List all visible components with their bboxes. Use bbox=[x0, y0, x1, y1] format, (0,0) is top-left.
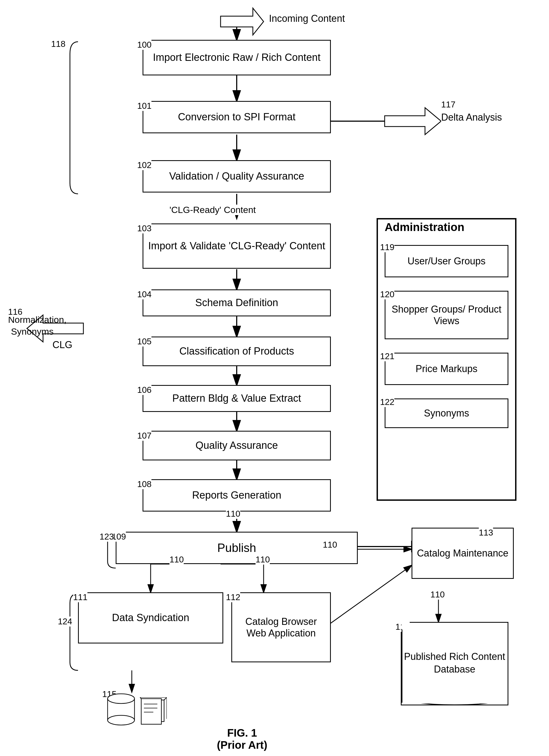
ref-116: 116 bbox=[8, 307, 22, 317]
box-122: Synonyms bbox=[385, 398, 508, 428]
admin-title: Administration bbox=[385, 221, 464, 234]
box-103: Import & Validate 'CLG-Ready' Content bbox=[143, 223, 331, 269]
box-108: Reports Generation bbox=[143, 479, 331, 512]
prior-art-label: (Prior Art) bbox=[175, 739, 309, 751]
normalization-label: Normalization, Synonyms bbox=[8, 314, 57, 337]
svg-marker-4 bbox=[221, 8, 264, 35]
box-107: Quality Assurance bbox=[143, 431, 331, 460]
ref-122: 122 bbox=[380, 397, 394, 407]
box-106: Pattern Bldg & Value Extract bbox=[143, 385, 331, 412]
ref-112: 112 bbox=[226, 592, 240, 602]
ref-111: 111 bbox=[73, 592, 87, 602]
fig-caption: FIG. 1 (Prior Art) bbox=[175, 727, 309, 751]
ref-123: 123 bbox=[100, 532, 114, 542]
cylinder-icon-2 bbox=[140, 697, 167, 727]
ref-113: 113 bbox=[479, 528, 493, 538]
ref-110e: 110 bbox=[430, 590, 445, 600]
ref-118: 118 bbox=[51, 39, 65, 49]
box-121: Price Markups bbox=[385, 353, 508, 385]
fig-label: FIG. 1 bbox=[175, 727, 309, 739]
box-119: User/User Groups bbox=[385, 245, 508, 277]
box-105: Classification of Products bbox=[143, 337, 331, 366]
svg-line-35 bbox=[164, 697, 167, 700]
ref-110c: 110 bbox=[256, 555, 270, 565]
ref-108: 108 bbox=[137, 479, 152, 489]
box-catalog-maintenance: Catalog Maintenance bbox=[411, 528, 514, 579]
clg-ready-label: 'CLG-Ready' Content bbox=[170, 205, 256, 215]
ref-106: 106 bbox=[137, 385, 152, 395]
cylinder-icon-1 bbox=[105, 692, 137, 727]
incoming-content-label: Incoming Content bbox=[269, 13, 345, 24]
box-data-syndication: Data Syndication bbox=[78, 592, 223, 643]
ref-100: 100 bbox=[137, 40, 152, 50]
box-102: Validation / Quality Assurance bbox=[143, 160, 331, 193]
ref-104: 104 bbox=[137, 289, 152, 299]
clg-label: CLG bbox=[52, 339, 72, 351]
box-120: Shopper Groups/ Product Views bbox=[385, 291, 508, 339]
db-cylinder-box: Published Rich Content Database bbox=[402, 623, 508, 703]
box-101: Conversion to SPI Format bbox=[143, 101, 331, 133]
svg-point-31 bbox=[108, 694, 135, 703]
ref-101: 101 bbox=[137, 101, 152, 111]
ref-110b: 110 bbox=[170, 555, 184, 565]
ref-110d: 110 bbox=[323, 540, 337, 550]
diagram: Incoming Content Import Electronic Raw /… bbox=[0, 0, 549, 756]
ref-110a: 110 bbox=[226, 509, 240, 519]
ref-107: 107 bbox=[137, 431, 152, 441]
ref-105: 105 bbox=[137, 337, 152, 347]
svg-marker-7 bbox=[385, 108, 441, 135]
ref-121: 121 bbox=[380, 351, 394, 361]
box-catalog-browser: Catalog Browser Web Application bbox=[231, 592, 331, 662]
ref-119: 119 bbox=[380, 242, 394, 252]
svg-point-32 bbox=[108, 715, 135, 725]
ref-117: 117 bbox=[441, 100, 455, 110]
box-100: Import Electronic Raw / Rich Content bbox=[143, 40, 331, 75]
ref-103: 103 bbox=[137, 223, 152, 233]
ref-124: 124 bbox=[58, 617, 72, 627]
ref-120: 120 bbox=[380, 289, 394, 299]
ref-102: 102 bbox=[137, 160, 152, 170]
delta-analysis-label: Delta Analysis bbox=[441, 112, 502, 123]
box-104: Schema Definition bbox=[143, 289, 331, 316]
box-publish: Publish bbox=[116, 532, 358, 564]
svg-rect-38 bbox=[141, 699, 161, 724]
